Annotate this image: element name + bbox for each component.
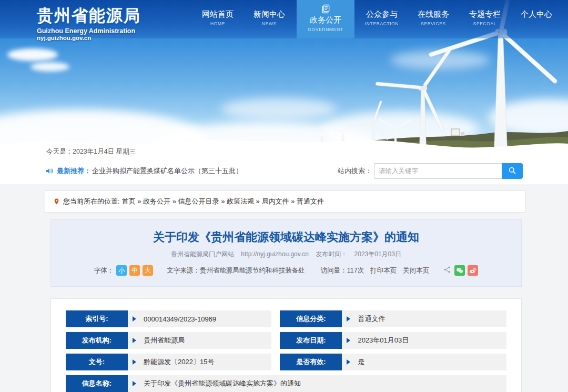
publish-label: 发布时间：	[316, 250, 347, 258]
row-value: 2023年01月03日	[342, 332, 506, 349]
magnifier-icon	[508, 166, 517, 177]
breadcrumb: 您当前所在的位置: 首页 » 政务公开 » 信息公开目录 » 政策法规 » 局内…	[45, 190, 526, 213]
close-page-link[interactable]: 关闭本页	[403, 266, 429, 275]
banner-photo: 贵州省能源局 Guizhou Energy Administration nyj…	[0, 0, 568, 158]
row-label: 发布日期:	[280, 332, 342, 349]
row-label: 信息分类:	[280, 310, 342, 327]
nav-item-sublabel	[512, 21, 561, 26]
nav-item-label: 网站首页	[194, 9, 242, 19]
nav-item-label: 公众参与	[358, 9, 406, 19]
nav-item-special[interactable]: 专题专栏 SPECOAL	[461, 0, 509, 38]
row-value: 是	[342, 354, 506, 370]
nav-item-sublabel: NEWS	[245, 21, 293, 26]
table-row-index-number: 索引号: 000014349/2023-10969	[66, 310, 271, 327]
source-url: http://nyj.guizhou.gov.cn	[241, 250, 309, 258]
nav-item-label: 新闻中心	[245, 9, 293, 19]
search-button[interactable]	[502, 163, 523, 179]
row-value: 普通文件	[342, 310, 506, 327]
nav-item-sublabel: GOVERNMENT	[297, 27, 354, 32]
info-strip: 最新推荐： 企业并购拟产能置换煤矿名单公示（第三十五批） 站内搜索：	[0, 158, 568, 184]
site-logo[interactable]: 贵州省能源局 Guizhou Energy Administration nyj…	[37, 0, 180, 38]
article-meta-row: 字体： 小 中 大 文字来源：贵州省能源局能源节约和科技装备处 访问量：117次…	[64, 265, 509, 276]
visit-count: 访问量：117次	[321, 266, 364, 275]
row-value: 000014349/2023-10969	[128, 310, 271, 327]
font-size-label: 字体：	[94, 266, 114, 275]
nav-item-interaction[interactable]: 公众参与 INTERACTION	[358, 0, 406, 38]
row-label: 文号:	[66, 354, 128, 370]
table-row-info-category: 信息分类: 普通文件	[280, 310, 506, 327]
font-large-button[interactable]: 大	[143, 265, 153, 276]
row-label: 是否有效:	[280, 354, 342, 370]
article-title: 关于印发《贵州省能源领域碳达峰实施方案》的通知	[64, 230, 509, 244]
row-value: 关于印发《贵州省能源领域碳达峰实施方案》的通知	[128, 375, 506, 392]
article-header-card: 关于印发《贵州省能源领域碳达峰实施方案》的通知 贵州省能源局门户网站 http:…	[50, 219, 522, 287]
nav-item-services[interactable]: 在线服务 SERVICES	[409, 0, 458, 38]
breadcrumb-trail[interactable]: 首页 » 政务公开 » 信息公开目录 » 政策法规 » 局内文件 » 普通文件	[122, 197, 324, 206]
page-body: 您当前所在的位置: 首页 » 政务公开 » 信息公开目录 » 政策法规 » 局内…	[0, 184, 568, 392]
nav-item-label: 在线服务	[409, 9, 458, 19]
table-row-issuing-agency: 发布机构: 贵州省能源局	[66, 332, 271, 349]
nav-item-sublabel: SERVICES	[409, 21, 458, 26]
search-input[interactable]	[374, 163, 502, 179]
site-logo-title: 贵州省能源局	[37, 5, 180, 27]
nav-item-news[interactable]: 新闻中心 NEWS	[245, 0, 293, 38]
map-pin-icon	[53, 197, 60, 206]
nav-item-home[interactable]: 网站首页 HOME	[194, 0, 242, 38]
nav-item-label: 个人中心	[512, 9, 561, 19]
table-row-validity: 是否有效: 是	[280, 354, 506, 370]
site-logo-subtitle: Guizhou Energy Administration	[37, 27, 180, 35]
row-label: 发布机构:	[66, 332, 128, 349]
table-row-info-name: 信息名称: 关于印发《贵州省能源领域碳达峰实施方案》的通知	[66, 375, 506, 392]
nav-item-label: 专题专栏	[461, 9, 509, 19]
latest-recommend: 最新推荐： 企业并购拟产能置换煤矿名单公示（第三十五批）	[45, 166, 242, 176]
today-date-text: 今天是：2023年1月4日 星期三	[46, 147, 136, 156]
row-value: 黔能源发〔2022〕15号	[128, 354, 271, 370]
main-menu: 网站首页 HOME 新闻中心 NEWS 政务公开 GOVERNMENT 公众参与…	[194, 0, 561, 38]
share-nodes-icon[interactable]	[443, 265, 452, 276]
recommend-link[interactable]: 企业并购拟产能置换煤矿名单公示（第三十五批）	[92, 166, 242, 176]
speaker-icon	[45, 167, 54, 175]
document-meta-table: 索引号: 000014349/2023-10969 信息分类: 普通文件 发布机…	[66, 310, 506, 392]
font-medium-button[interactable]: 中	[129, 265, 140, 276]
site-search: 站内搜索：	[338, 163, 523, 179]
nav-item-sublabel: SPECOAL	[461, 21, 509, 26]
wechat-icon[interactable]	[454, 265, 465, 276]
nav-item-sublabel: HOME	[194, 21, 242, 26]
weibo-icon[interactable]	[468, 265, 478, 276]
breadcrumb-prefix: 您当前所在的位置:	[63, 197, 120, 206]
article-source-line: 贵州省能源局门户网站 http://nyj.guizhou.gov.cn 发布时…	[64, 250, 509, 259]
share-bar	[443, 265, 478, 276]
nav-item-government-active[interactable]: 政务公开 GOVERNMENT	[297, 0, 354, 38]
top-navigation-bar: 贵州省能源局 Guizhou Energy Administration nyj…	[0, 0, 568, 38]
document-meta-card: 索引号: 000014349/2023-10969 信息分类: 普通文件 发布机…	[50, 298, 522, 392]
print-page-link[interactable]: 打印本页	[370, 266, 397, 275]
document-icon	[297, 4, 354, 14]
search-label: 站内搜索：	[338, 166, 372, 176]
source-site: 贵州省能源局门户网站	[171, 250, 234, 258]
text-source: 文字来源：贵州省能源局能源节约和科技装备处	[167, 266, 305, 275]
site-logo-url: nyj.guizhou.gov.cn	[37, 35, 180, 41]
publish-date: 2023年01月03日	[354, 250, 401, 258]
table-row-publish-date: 发布日期: 2023年01月03日	[280, 332, 506, 349]
recommend-label: 最新推荐：	[57, 166, 91, 176]
row-value: 贵州省能源局	[128, 332, 271, 349]
table-row-document-number: 文号: 黔能源发〔2022〕15号	[66, 354, 271, 370]
nav-item-label: 政务公开	[297, 15, 354, 25]
row-label: 索引号:	[66, 310, 128, 327]
row-label: 信息名称:	[66, 375, 128, 392]
nav-item-personal-center[interactable]: 个人中心	[512, 0, 561, 38]
nav-item-sublabel: INTERACTION	[358, 21, 406, 26]
font-small-button[interactable]: 小	[116, 265, 127, 276]
